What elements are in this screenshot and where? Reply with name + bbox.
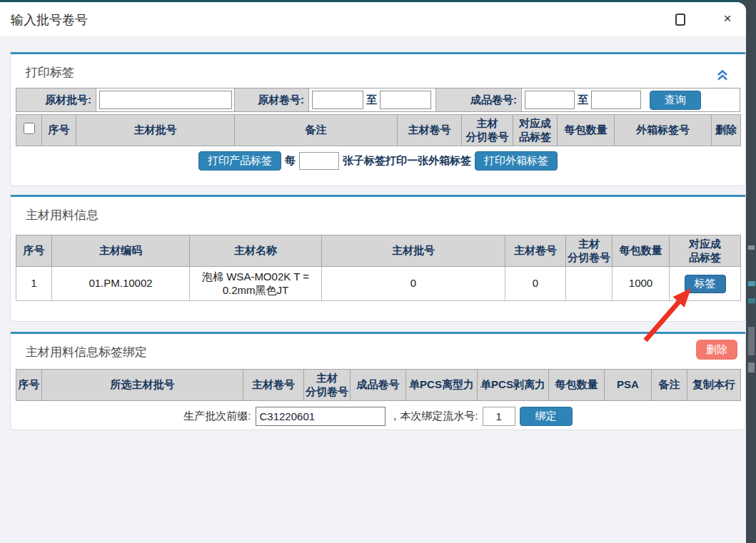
col-seq: 序号: [42, 115, 76, 146]
batch-prefix-input[interactable]: [256, 407, 385, 426]
col-finished-label: 对应成 品标签: [513, 115, 558, 146]
col-remark: 备注: [652, 370, 687, 401]
per-prefix-label: 每: [285, 154, 296, 168]
material-info-table: 序号 主材编码 主材名称 主材批号 主材卷号 主材 分切卷号 每包数量 对应成 …: [16, 235, 741, 301]
col-box-label: 外箱标签号: [615, 115, 712, 146]
raw-roll-to-input[interactable]: [380, 91, 431, 109]
close-icon[interactable]: ×: [720, 11, 735, 26]
cell-material-name: 泡棉 WSA-MO02K T = 0.2mm黑色JT: [190, 267, 322, 301]
col-pcs-release-force: 单PCS离型力: [406, 370, 478, 401]
col-qty-per-pack: 每包数量: [549, 370, 605, 401]
binding-form-row: 生产批次前缀: ，本次绑定流水号: 绑定: [16, 407, 740, 426]
col-material-code: 主材编码: [52, 235, 190, 267]
col-seq: 序号: [16, 235, 52, 267]
raw-roll-cell: 至: [309, 88, 436, 111]
query-button[interactable]: 查询: [650, 91, 701, 110]
label-binding-panel: 主材用料信息标签绑定 删除 序号 所选主材批号 主材卷号 主材 分切卷号 成品卷…: [10, 332, 746, 430]
background-artifact: [748, 245, 755, 250]
raw-batch-input[interactable]: [99, 91, 232, 109]
binding-table: 序号 所选主材批号 主材卷号 主材 分切卷号 成品卷号 单PCS离型力 单PCS…: [16, 369, 741, 401]
col-finished-roll: 成品卷号: [351, 370, 406, 401]
col-psa: PSA: [605, 370, 652, 401]
cell-slit-roll: [566, 267, 613, 301]
per-suffix-label: 张子标签打印一张外箱标签: [343, 154, 471, 168]
label-binding-title: 主材用料信息标签绑定: [26, 344, 740, 360]
col-material-roll: 主材卷号: [243, 370, 304, 401]
print-labels-panel: 打印标签 原材批号: 原材卷号: 至 成品卷号:: [10, 52, 746, 186]
print-product-label-button[interactable]: 打印产品标签: [198, 151, 281, 171]
serial-number-input[interactable]: [483, 407, 515, 426]
delete-button[interactable]: 删除: [696, 340, 737, 360]
cell-seq: 1: [16, 267, 52, 301]
col-pcs-peel-force: 单PCS剥离力: [478, 370, 549, 401]
to-label: 至: [366, 93, 377, 107]
print-box-label-button[interactable]: 打印外箱标签: [475, 151, 558, 171]
col-material-name: 主材名称: [190, 235, 322, 267]
dialog-window: 输入批号卷号 × 打印标签 原材批号: 原材卷号: 至: [0, 0, 746, 543]
background-artifact: [748, 362, 755, 372]
serial-number-label: ，本次绑定流水号:: [390, 410, 478, 423]
collapse-chevrons-up-icon[interactable]: [717, 70, 728, 81]
raw-batch-cell: [96, 88, 235, 111]
print-labels-table: 序号 主材批号 备注 主材卷号 主材 分切卷号 对应成 品标签 每包数量 外箱标…: [16, 114, 741, 146]
titlebar: 输入批号卷号 ×: [0, 2, 746, 36]
material-row: 1 01.PM.10002 泡棉 WSA-MO02K T = 0.2mm黑色JT…: [16, 267, 741, 301]
search-bar: 原材批号: 原材卷号: 至 成品卷号: 至 查询: [16, 88, 740, 112]
col-material-roll: 主材卷号: [505, 235, 566, 267]
col-remark: 备注: [235, 115, 398, 146]
col-slit-roll: 主材 分切卷号: [566, 235, 613, 267]
maximize-icon[interactable]: [675, 14, 685, 26]
to-label: 至: [578, 93, 588, 107]
col-copy-row: 复制本行: [687, 370, 741, 401]
finished-roll-cell: 至 查询: [522, 88, 740, 111]
window-title: 输入批号卷号: [11, 11, 88, 29]
col-delete: 删除: [712, 115, 741, 146]
dialog-content: 打印标签 原材批号: 原材卷号: 至 成品卷号:: [0, 36, 746, 543]
col-seq: 序号: [16, 370, 42, 401]
background-artifact: [748, 327, 755, 355]
col-qty-per-pack: 每包数量: [558, 115, 615, 146]
select-all-checkbox[interactable]: [24, 123, 35, 134]
col-selected-batch: 所选主材批号: [42, 370, 243, 401]
col-slit-roll: 主材 分切卷号: [462, 115, 513, 146]
col-qty-per-pack: 每包数量: [613, 235, 670, 267]
cell-material-code: 01.PM.10002: [52, 267, 190, 301]
col-material-roll: 主材卷号: [398, 115, 462, 146]
col-material-batch: 主材批号: [322, 235, 505, 267]
raw-batch-label: 原材批号:: [16, 88, 96, 111]
material-info-title: 主材用料信息: [26, 207, 740, 223]
raw-roll-from-input[interactable]: [312, 91, 363, 109]
bind-button[interactable]: 绑定: [520, 407, 573, 426]
col-slit-roll: 主材 分切卷号: [304, 370, 351, 401]
print-buttons-row: 打印产品标签 每 张子标签打印一张外箱标签 打印外箱标签: [16, 151, 740, 171]
cell-material-batch: 0: [322, 267, 505, 301]
cell-material-roll: 0: [505, 267, 566, 301]
print-labels-title: 打印标签: [26, 64, 740, 81]
cell-label-action: 标签: [670, 267, 741, 301]
finished-roll-label: 成品卷号:: [436, 88, 522, 111]
finished-roll-from-input[interactable]: [525, 91, 575, 109]
select-all-header: [16, 115, 42, 146]
batch-prefix-label: 生产批次前缀:: [183, 410, 251, 423]
background-artifact: [748, 281, 755, 286]
per-box-count-input[interactable]: [299, 152, 339, 170]
background-app-strip: [746, 0, 756, 543]
material-info-panel: 主材用料信息 序号 主材编码 主材名称 主材批号 主材卷号 主材 分切卷号 每包…: [10, 195, 746, 322]
label-button[interactable]: 标签: [685, 275, 726, 293]
background-artifact: [748, 298, 755, 303]
finished-roll-to-input[interactable]: [591, 91, 641, 109]
cell-qty-per-pack: 1000: [613, 267, 670, 301]
col-finished-label: 对应成 品标签: [670, 235, 741, 267]
col-material-batch: 主材批号: [76, 115, 235, 146]
raw-roll-label: 原材卷号:: [235, 88, 309, 111]
